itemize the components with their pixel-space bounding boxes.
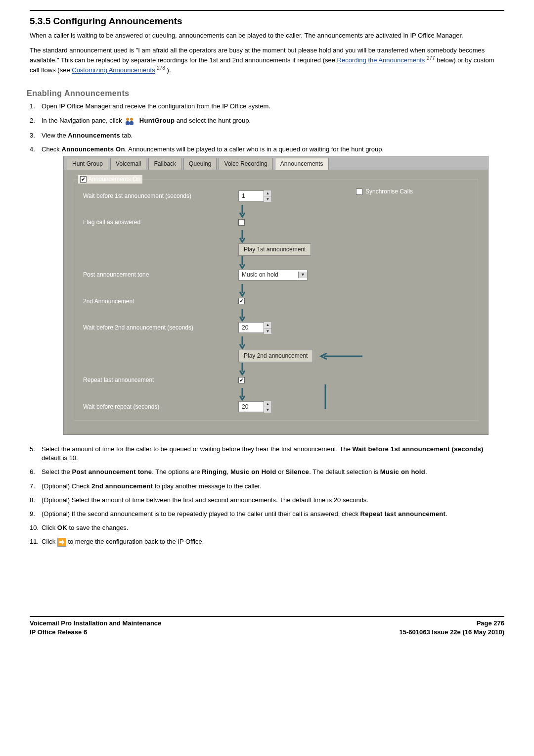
flag-answered-checkbox[interactable] bbox=[238, 219, 245, 226]
step-9: 9. (Optional) If the second announcement… bbox=[42, 510, 504, 519]
spin-up-icon[interactable]: ▲ bbox=[264, 190, 271, 196]
step-4c: . Announcements will be played to a call… bbox=[125, 145, 384, 153]
footer-right-1: Page 276 bbox=[400, 619, 505, 628]
step-5a: Select the amount of time for the caller… bbox=[42, 445, 352, 453]
step-10a: Click bbox=[42, 524, 57, 531]
step-5: 5. Select the amount of time for the cal… bbox=[42, 445, 504, 463]
spin-down-icon[interactable]: ▼ bbox=[264, 407, 271, 413]
step-6c: . The options are bbox=[152, 468, 202, 475]
step-11b: to merge the configuration back to the I… bbox=[68, 538, 204, 545]
tab-queuing[interactable]: Queuing bbox=[183, 158, 217, 170]
arrow-down-icon bbox=[238, 336, 246, 350]
intro2-c: ). bbox=[167, 67, 171, 74]
synchronise-calls-label: Synchronise Calls bbox=[365, 188, 413, 196]
arrow-down-icon bbox=[238, 256, 246, 270]
step-9c: . bbox=[445, 510, 447, 518]
step-9a: (Optional) If the second announcement is… bbox=[42, 510, 360, 518]
step-1: 1.Open IP Office Manager and receive the… bbox=[42, 102, 504, 111]
step-9b: Repeat last announcement bbox=[360, 510, 446, 518]
page-footer: Voicemail Pro Installation and Maintenan… bbox=[30, 616, 504, 637]
wait2-value: 20 bbox=[239, 324, 264, 332]
step-7c: to play another message to the caller. bbox=[153, 482, 262, 490]
step-5c: default is 10. bbox=[42, 454, 78, 462]
step-5b: Wait before 1st announcement (seconds) bbox=[352, 445, 483, 453]
second-announcement-label: 2nd Announcement bbox=[83, 297, 231, 306]
steps-list: 1.Open IP Office Manager and receive the… bbox=[30, 102, 504, 546]
wait-repeat-spinner[interactable]: 20 ▲▼ bbox=[238, 401, 272, 412]
svg-rect-3 bbox=[130, 121, 134, 125]
tab-voicemail[interactable]: Voicemail bbox=[110, 158, 146, 170]
step-6: 6. Select the Post announcement tone. Th… bbox=[42, 468, 504, 476]
step-10b: OK bbox=[57, 524, 67, 531]
footer-right-2: 15-601063 Issue 22e (16 May 2010) bbox=[400, 628, 505, 637]
second-announcement-checkbox[interactable] bbox=[238, 298, 245, 304]
tab-voice-recording[interactable]: Voice Recording bbox=[219, 158, 272, 170]
step-2a: In the Navigation pane, click bbox=[42, 117, 124, 124]
step-6g: or bbox=[276, 468, 286, 475]
spin-down-icon[interactable]: ▼ bbox=[264, 196, 271, 202]
arrow-down-icon bbox=[238, 308, 246, 322]
spin-up-icon[interactable]: ▲ bbox=[264, 401, 271, 407]
arrow-down-icon bbox=[238, 284, 246, 297]
intro-para-1: When a caller is waiting to be answered … bbox=[30, 31, 504, 40]
step-1-text: Open IP Office Manager and receive the c… bbox=[42, 102, 270, 110]
tabstrip: Hunt Group Voicemail Fallback Queuing Vo… bbox=[63, 156, 489, 170]
spin-down-icon[interactable]: ▼ bbox=[264, 329, 271, 334]
ref-277: 277 bbox=[427, 55, 435, 61]
wait1-value: 1 bbox=[239, 192, 264, 200]
step-10: 10. Click OK to save the changes. bbox=[42, 523, 504, 532]
wait1-spinner[interactable]: 1 ▲▼ bbox=[238, 190, 272, 201]
footer-left-1: Voicemail Pro Installation and Maintenan… bbox=[30, 619, 161, 628]
arrow-down-icon bbox=[238, 204, 246, 218]
intro-para-2: The standard announcement used is "I am … bbox=[30, 46, 504, 75]
tab-announcements[interactable]: Announcements bbox=[275, 158, 329, 170]
step-4a: Check bbox=[42, 145, 61, 153]
arrow-down-icon bbox=[238, 362, 246, 376]
step-3c: tab. bbox=[120, 132, 133, 139]
announcements-on-legend: Announcements On bbox=[78, 175, 142, 184]
flag-answered-label: Flag call as answered bbox=[83, 218, 231, 227]
step-2-huntgroup: HuntGroup bbox=[139, 117, 175, 124]
step-6j: Music on hold bbox=[380, 468, 425, 475]
wait-repeat-value: 20 bbox=[239, 403, 264, 411]
link-recording-announcements[interactable]: Recording the Announcements bbox=[337, 56, 425, 64]
announcements-panel-screenshot: Hunt Group Voicemail Fallback Queuing Vo… bbox=[63, 156, 489, 435]
step-4b: Announcements On bbox=[61, 145, 125, 153]
wait1-label: Wait before 1st announcement (seconds) bbox=[83, 192, 231, 200]
footer-left-2: IP Office Release 6 bbox=[30, 628, 161, 637]
step-6i: . The default selection is bbox=[309, 468, 380, 475]
arrow-down-icon bbox=[238, 230, 246, 243]
step-8: 8.(Optional) Select the amount of time b… bbox=[42, 496, 504, 505]
link-customizing-announcements[interactable]: Customizing Announcements bbox=[72, 67, 155, 74]
step-10c: to save the changes. bbox=[67, 524, 129, 531]
step-3: 3. View the Announcements tab. bbox=[42, 131, 504, 140]
step-11a: Click bbox=[42, 538, 57, 545]
post-tone-label: Post announcement tone bbox=[83, 271, 231, 279]
tab-fallback[interactable]: Fallback bbox=[148, 158, 181, 170]
ref-278: 278 bbox=[157, 65, 165, 71]
step-4: 4. Check Announcements On. Announcements… bbox=[42, 145, 504, 435]
announcements-on-checkbox[interactable] bbox=[80, 176, 87, 183]
step-2c: and select the hunt group. bbox=[177, 117, 251, 124]
synchronise-calls-checkbox[interactable] bbox=[356, 189, 362, 195]
step-6b: Post announcement tone bbox=[72, 468, 152, 475]
play-2nd-node: Play 2nd announcement bbox=[238, 350, 313, 362]
section-heading: Configuring Announcements bbox=[53, 16, 182, 26]
chevron-down-icon: ▼ bbox=[298, 272, 307, 278]
announcements-on-label: Announcements On bbox=[88, 175, 140, 184]
spin-up-icon[interactable]: ▲ bbox=[264, 322, 271, 328]
wait2-spinner[interactable]: 20 ▲▼ bbox=[238, 322, 272, 333]
step-11: 11. Click to merge the configuration bac… bbox=[42, 537, 504, 547]
play-1st-node: Play 1st announcement bbox=[238, 243, 311, 256]
tab-hunt-group[interactable]: Hunt Group bbox=[67, 158, 108, 170]
post-tone-select[interactable]: Music on hold ▼ bbox=[238, 270, 308, 281]
wait-repeat-label: Wait before repeat (seconds) bbox=[83, 403, 231, 411]
repeat-last-label: Repeat last announcement bbox=[83, 376, 231, 384]
repeat-last-checkbox[interactable] bbox=[238, 377, 245, 383]
top-rule bbox=[30, 10, 504, 11]
loop-line-icon bbox=[320, 384, 330, 409]
svg-rect-2 bbox=[126, 121, 130, 125]
announcements-fieldset: Announcements On Wait before 1st announc… bbox=[74, 179, 478, 421]
step-6e: , bbox=[227, 468, 230, 475]
step-8-text: (Optional) Select the amount of time bet… bbox=[42, 496, 368, 504]
